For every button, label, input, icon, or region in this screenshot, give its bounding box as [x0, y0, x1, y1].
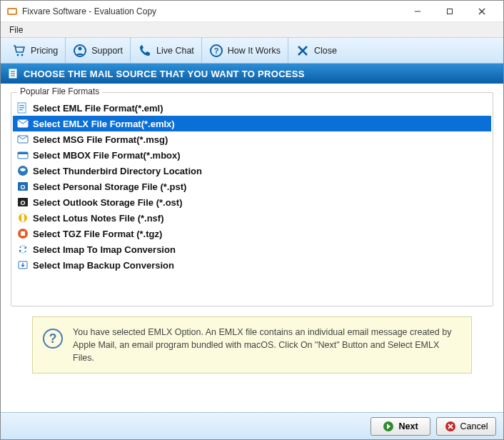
document-icon [8, 69, 18, 79]
svg-text:O: O [20, 184, 25, 191]
next-arrow-icon [383, 421, 394, 432]
tgz-icon [17, 228, 29, 239]
question-icon: ? [209, 44, 223, 58]
toolbar-support-label: Support [91, 46, 123, 56]
format-label: Select Imap To Imap Conversion [33, 244, 176, 255]
svg-rect-32 [21, 214, 24, 221]
format-label: Select TGZ File Format (*.tgz) [33, 229, 162, 239]
toolbar-livechat-label: Live Chat [156, 46, 194, 56]
info-text: You have selected EMLX Option. An EMLX f… [73, 326, 461, 364]
format-item-imap-backup[interactable]: Select Imap Backup Conversion [13, 257, 491, 273]
svg-rect-3 [447, 9, 452, 14]
cancel-button[interactable]: Cancel [436, 417, 496, 436]
svg-rect-21 [19, 109, 23, 111]
cart-icon [12, 44, 26, 58]
header-title: CHOOSE THE MAIL SOURCE THAT YOU WANT TO … [24, 69, 305, 79]
format-item-emlx[interactable]: Select EMLX File Format(*.emlx) [13, 116, 491, 131]
window-controls [401, 1, 498, 21]
app-icon [6, 6, 18, 17]
format-label: Select Imap Backup Conversion [33, 260, 174, 271]
next-button[interactable]: Next [371, 417, 430, 436]
format-label: Select Personal Storage File (*.pst) [33, 181, 186, 192]
toolbar-pricing[interactable]: Pricing [5, 38, 66, 63]
phone-icon [138, 44, 152, 58]
svg-point-6 [17, 54, 19, 56]
titlebar: Fixvare Software - Evaluation Copy [1, 1, 503, 22]
menubar: File [1, 22, 503, 38]
svg-point-7 [21, 54, 24, 56]
thunderbird-icon [17, 165, 29, 176]
close-window-button[interactable] [465, 1, 498, 21]
toolbar-close[interactable]: Close [288, 38, 344, 63]
bottom-bar: Next Cancel [1, 412, 503, 439]
format-label: Select Thunderbird Directory Location [33, 166, 202, 176]
svg-point-9 [79, 46, 82, 50]
next-button-label: Next [398, 421, 418, 431]
format-label: Select EML File Format(*.eml) [33, 103, 163, 114]
menu-file[interactable]: File [5, 24, 27, 36]
toolbar-livechat[interactable]: Live Chat [131, 38, 202, 63]
format-label: Select EMLX File Format(*.emlx) [33, 119, 175, 129]
format-label: Select MSG File Format(*.msg) [33, 134, 168, 145]
format-item-tgz[interactable]: Select TGZ File Format (*.tgz) [13, 226, 491, 241]
svg-rect-34 [21, 231, 25, 236]
toolbar-support[interactable]: Support [66, 38, 131, 63]
format-item-pst[interactable]: O Select Personal Storage File (*.pst) [13, 179, 491, 194]
svg-text:?: ? [213, 46, 218, 55]
info-icon: ? [43, 329, 63, 349]
maximize-button[interactable] [433, 1, 465, 21]
toolbar-close-label: Close [314, 46, 337, 56]
headset-icon [73, 44, 87, 58]
header-band: CHOOSE THE MAIL SOURCE THAT YOU WANT TO … [1, 64, 503, 84]
window-title: Fixvare Software - Evaluation Copy [22, 6, 401, 16]
mbox-icon [17, 149, 29, 161]
emlx-icon [17, 118, 29, 129]
sync-icon [17, 244, 29, 255]
outlook-pst-icon: O [17, 181, 29, 192]
toolbar-pricing-label: Pricing [31, 46, 58, 56]
format-item-imap-to-imap[interactable]: Select Imap To Imap Conversion [13, 241, 491, 257]
format-label: Select Outlook Storage File (*.ost) [33, 197, 182, 208]
format-item-ost[interactable]: O Select Outlook Storage File (*.ost) [13, 194, 491, 210]
format-label: Select MBOX File Format(*.mbox) [33, 150, 181, 161]
groupbox-label: Popular File Formats [17, 86, 102, 96]
close-icon [296, 44, 310, 58]
format-list: Select EML File Format(*.eml) Select EML… [13, 100, 491, 273]
toolbar-howitworks-label: How It Works [228, 46, 281, 56]
format-label: Select Lotus Notes File (*.nsf) [33, 213, 163, 224]
eml-icon [17, 102, 29, 114]
backup-icon [17, 259, 29, 271]
format-item-mbox[interactable]: Select MBOX File Format(*.mbox) [13, 147, 491, 163]
format-item-eml[interactable]: Select EML File Format(*.eml) [13, 100, 491, 116]
format-item-thunderbird[interactable]: Select Thunderbird Directory Location [13, 163, 491, 179]
info-box: ? You have selected EMLX Option. An EMLX… [32, 316, 472, 374]
svg-text:O: O [20, 199, 25, 206]
minimize-button[interactable] [401, 1, 433, 21]
toolbar-howitworks[interactable]: ? How It Works [202, 38, 288, 63]
outlook-ost-icon: O [17, 196, 29, 208]
main-panel: Popular File Formats Select EML File For… [1, 84, 503, 412]
toolbar: Pricing Support Live Chat ? How It Works… [1, 38, 503, 64]
format-item-nsf[interactable]: Select Lotus Notes File (*.nsf) [13, 210, 491, 226]
svg-rect-1 [9, 9, 16, 14]
formats-groupbox: Popular File Formats Select EML File For… [11, 92, 493, 306]
svg-rect-19 [19, 105, 24, 106]
lotus-icon [17, 212, 29, 224]
svg-rect-20 [19, 107, 24, 109]
cancel-icon [445, 421, 456, 432]
svg-rect-25 [18, 152, 28, 154]
msg-icon [17, 134, 29, 145]
cancel-button-label: Cancel [460, 421, 488, 431]
format-item-msg[interactable]: Select MSG File Format(*.msg) [13, 131, 491, 147]
